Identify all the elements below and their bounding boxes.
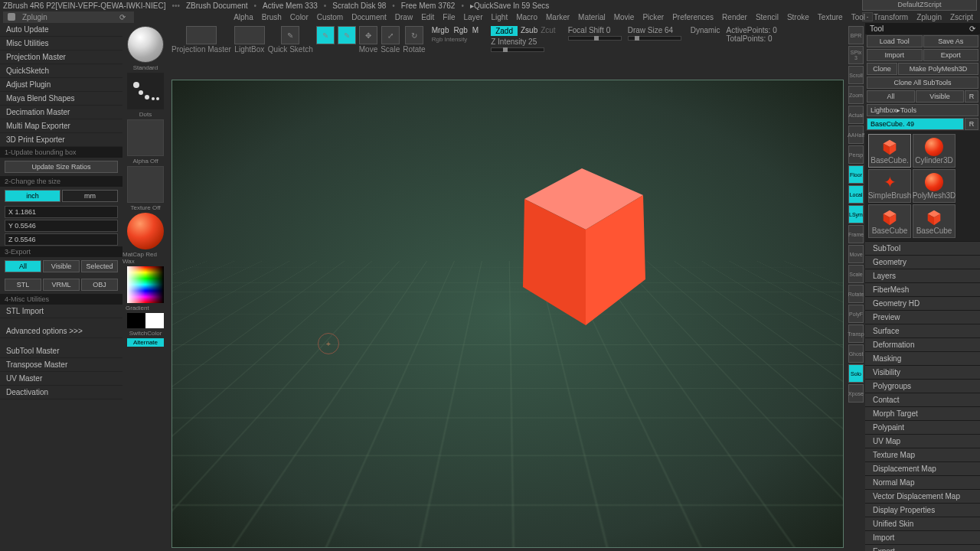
menu-zplugin[interactable]: Zplugin	[913, 12, 946, 22]
accordion-vector-displacement-map[interactable]: Vector Displacement Map	[865, 489, 980, 503]
tool-thumb-3[interactable]: PolyMesh3D	[913, 169, 956, 203]
menu-render[interactable]: Render	[718, 12, 751, 22]
zsub-button[interactable]: Zsub	[521, 26, 537, 36]
accordion-masking[interactable]: Masking	[865, 351, 980, 365]
nav-persp[interactable]: Persp	[848, 145, 864, 164]
menu-color[interactable]: Color	[286, 12, 312, 22]
left-auto-update[interactable]: Auto Update	[0, 23, 122, 37]
focal-shift-slider[interactable]: Focal Shift 0	[568, 26, 622, 34]
import-button[interactable]: Import	[867, 49, 923, 61]
left-3d-print-exporter[interactable]: 3D Print Exporter	[0, 133, 122, 147]
left-deactivation[interactable]: Deactivation	[0, 386, 122, 399]
z-size[interactable]: Z 0.5546	[5, 233, 118, 246]
obj-button[interactable]: OBJ	[81, 279, 118, 291]
accordion-geometry-hd[interactable]: Geometry HD	[865, 296, 980, 310]
alpha-slot[interactable]	[127, 119, 164, 156]
stl-import[interactable]: STL Import	[0, 305, 122, 318]
tool-thumb-1[interactable]: Cylinder3D	[913, 134, 956, 168]
lightbox-button[interactable]	[234, 26, 265, 44]
accordion-export[interactable]: Export	[865, 544, 980, 551]
accordion-normal-map[interactable]: Normal Map	[865, 475, 980, 489]
nav-xpose[interactable]: Xpose	[848, 384, 864, 403]
accordion-uv-map[interactable]: UV Map	[865, 434, 980, 448]
tool-thumb-4[interactable]: BaseCube	[868, 204, 911, 238]
nav-spix-3[interactable]: SPix 3	[848, 46, 864, 64]
rgb-button[interactable]: Rgb	[453, 26, 467, 34]
zcut-button[interactable]: Zcut	[541, 26, 555, 36]
menu-alpha[interactable]: Alpha	[230, 12, 257, 22]
filter-visible-button[interactable]: Visible	[916, 90, 964, 103]
nav-actual[interactable]: Actual	[848, 106, 864, 124]
clone-all-button[interactable]: Clone All SubTools	[867, 77, 978, 89]
switchcolor-button[interactable]: SwitchColor	[129, 330, 162, 337]
advanced-options[interactable]: Advanced options >>>	[0, 324, 122, 338]
color-picker[interactable]	[127, 266, 164, 303]
lightbox-tools-button[interactable]: Lightbox▸Tools	[867, 104, 978, 116]
save-as-button[interactable]: Save As	[923, 35, 979, 47]
tool-header[interactable]: Tool	[870, 24, 884, 33]
accordion-layers[interactable]: Layers	[865, 269, 980, 282]
rgb-intensity[interactable]: Rgb Intensity	[432, 36, 479, 43]
bw-swatches[interactable]	[127, 313, 164, 328]
current-tool[interactable]: BaseCube. 49	[867, 118, 964, 130]
nav-move[interactable]: Move	[848, 245, 864, 263]
draw-size-slider[interactable]: Draw Size 64	[628, 26, 681, 34]
menu-draw[interactable]: Draw	[391, 12, 416, 22]
alternate-button[interactable]: Alternate	[127, 338, 164, 347]
nav-lsym[interactable]: LSym	[848, 205, 864, 223]
accordion-unified-skin[interactable]: Unified Skin	[865, 517, 980, 530]
all-button[interactable]: All	[5, 260, 41, 272]
left-uv-master[interactable]: UV Master	[0, 372, 122, 386]
menu-edit[interactable]: Edit	[417, 12, 438, 22]
menu-material[interactable]: Material	[574, 12, 609, 22]
menu-picker[interactable]: Picker	[639, 12, 668, 22]
make-polymesh-button[interactable]: Make PolyMesh3D	[898, 63, 978, 75]
texture-slot[interactable]	[127, 166, 164, 203]
menu-custom[interactable]: Custom	[313, 12, 347, 22]
tool-thumb-2[interactable]: ✦SimpleBrush	[868, 169, 911, 203]
tool-thumb-0[interactable]: BaseCube.	[868, 134, 911, 168]
nav-scroll[interactable]: Scroll	[848, 66, 864, 84]
menu-macro[interactable]: Macro	[512, 12, 541, 22]
gradient-label[interactable]: Gradient	[122, 305, 149, 311]
projection-master-button[interactable]	[186, 26, 217, 44]
left-misc-utilities[interactable]: Misc Utilities	[0, 37, 122, 51]
accordion-polypaint[interactable]: Polypaint	[865, 420, 980, 434]
accordion-import[interactable]: Import	[865, 530, 980, 544]
nav-floor[interactable]: Floor	[848, 165, 864, 184]
mm-button[interactable]: mm	[62, 190, 118, 202]
move-button[interactable]: ✥	[359, 26, 377, 44]
load-tool-button[interactable]: Load Tool	[867, 35, 923, 47]
inch-button[interactable]: inch	[5, 190, 60, 202]
quicksketch-button[interactable]: ✎	[281, 26, 299, 44]
edit-button[interactable]: ✎	[316, 26, 335, 44]
nav-local[interactable]: Local	[848, 185, 864, 204]
menu-file[interactable]: File	[439, 12, 459, 22]
nav-rotate[interactable]: Rotate	[848, 285, 864, 303]
export-button[interactable]: Export	[923, 49, 979, 61]
menu-layer[interactable]: Layer	[459, 12, 486, 22]
left-maya-blend-shapes[interactable]: Maya Blend Shapes	[0, 92, 122, 106]
menu-movie[interactable]: Movie	[610, 12, 639, 22]
nav-ghost[interactable]: Ghost	[848, 344, 864, 363]
menu-tool[interactable]: Tool	[848, 12, 869, 22]
menu-transform[interactable]: Transform	[870, 12, 912, 22]
nav-polyf[interactable]: PolyF	[848, 305, 864, 323]
accordion-subtool[interactable]: SubTool	[865, 241, 980, 255]
stroke-preview[interactable]	[127, 73, 164, 109]
menu-texture[interactable]: Texture	[814, 12, 847, 22]
visible-button[interactable]: Visible	[43, 260, 80, 272]
accordion-preview[interactable]: Preview	[865, 310, 980, 324]
nav-bpr[interactable]: BPR	[848, 26, 864, 44]
r2-button[interactable]: R	[965, 118, 978, 130]
x-size[interactable]: X 1.1861	[5, 206, 118, 218]
left-adjust-plugin[interactable]: Adjust Plugin	[0, 78, 122, 92]
menu-preferences[interactable]: Preferences	[668, 12, 717, 22]
accordion-displacement-map[interactable]: Displacement Map	[865, 461, 980, 475]
nav-aahalf[interactable]: AAHalf	[848, 126, 864, 144]
update-ratios-button[interactable]: Update Size Ratios	[5, 161, 118, 173]
nav-solo[interactable]: Solo	[848, 364, 864, 383]
menu-stencil[interactable]: Stencil	[752, 12, 782, 22]
nav-zoom[interactable]: Zoom	[848, 86, 864, 104]
rotate-button[interactable]: ↻	[405, 26, 423, 44]
